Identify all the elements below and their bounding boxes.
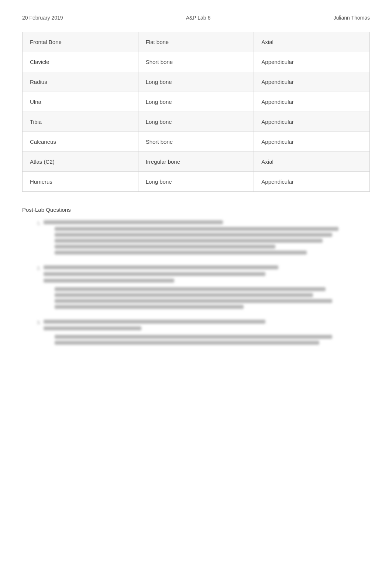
cell-skeleton: Axial (254, 32, 370, 52)
cell-skeleton: Appendicular (254, 112, 370, 132)
question-1: 1. (37, 220, 370, 256)
cell-bone: Ulna (23, 92, 138, 112)
table-row: Frontal BoneFlat boneAxial (23, 32, 370, 52)
cell-bone: Humerus (23, 172, 138, 192)
cell-type: Long bone (138, 172, 254, 192)
bone-table-container: Frontal BoneFlat boneAxialClavicleShort … (22, 32, 370, 192)
question-3: 3. (37, 320, 370, 347)
post-lab-title: Post-Lab Questions (22, 207, 370, 213)
cell-type: Short bone (138, 52, 254, 72)
table-row: HumerusLong boneAppendicular (23, 172, 370, 192)
table-row: UlnaLong boneAppendicular (23, 92, 370, 112)
bone-table: Frontal BoneFlat boneAxialClavicleShort … (22, 32, 370, 192)
cell-bone: Radius (23, 72, 138, 92)
blurred-questions: 1. 2. (37, 220, 370, 347)
cell-type: Long bone (138, 92, 254, 112)
table-row: TibiaLong boneAppendicular (23, 112, 370, 132)
cell-skeleton: Appendicular (254, 132, 370, 152)
cell-type: Long bone (138, 72, 254, 92)
header-author: Juliann Thomas (333, 15, 370, 21)
cell-type: Short bone (138, 132, 254, 152)
cell-bone: Calcaneus (23, 132, 138, 152)
table-row: Atlas (C2)Irregular boneAxial (23, 152, 370, 172)
cell-type: Irregular bone (138, 152, 254, 172)
header-date: 20 February 2019 (22, 15, 63, 21)
cell-bone: Atlas (C2) (23, 152, 138, 172)
cell-skeleton: Appendicular (254, 52, 370, 72)
page-header: 20 February 2019 A&P Lab 6 Juliann Thoma… (22, 15, 370, 21)
cell-bone: Frontal Bone (23, 32, 138, 52)
table-row: ClavicleShort boneAppendicular (23, 52, 370, 72)
table-row: RadiusLong boneAppendicular (23, 72, 370, 92)
cell-skeleton: Appendicular (254, 92, 370, 112)
cell-skeleton: Appendicular (254, 72, 370, 92)
table-row: CalcaneusShort boneAppendicular (23, 132, 370, 152)
header-title: A&P Lab 6 (186, 15, 211, 21)
cell-type: Long bone (138, 112, 254, 132)
cell-type: Flat bone (138, 32, 254, 52)
cell-skeleton: Appendicular (254, 172, 370, 192)
cell-bone: Tibia (23, 112, 138, 132)
cell-skeleton: Axial (254, 152, 370, 172)
question-2: 2. (37, 265, 370, 311)
post-lab-section: Post-Lab Questions 1. (22, 207, 370, 347)
cell-bone: Clavicle (23, 52, 138, 72)
